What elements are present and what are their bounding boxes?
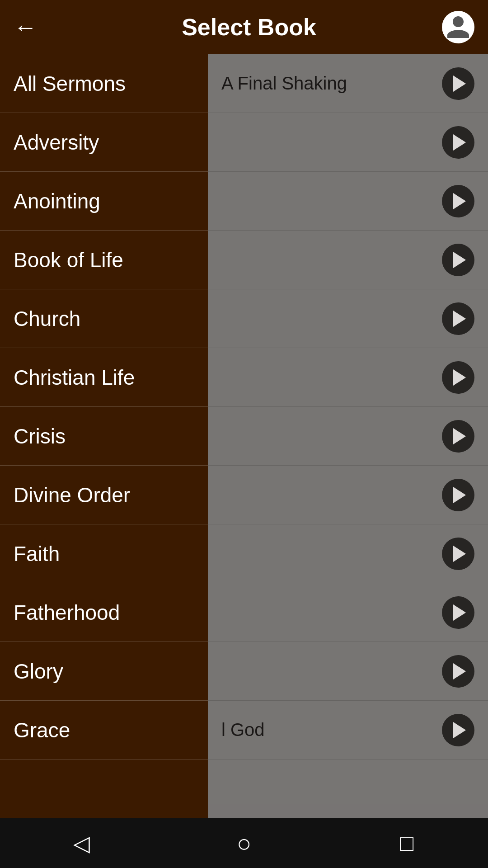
sidebar-item-fatherhood[interactable]: Fatherhood [0,583,208,642]
sidebar-item-faith[interactable]: Faith [0,524,208,583]
sidebar-item-anointing[interactable]: Anointing [0,172,208,231]
sidebar-item-divine-order[interactable]: Divine Order [0,466,208,524]
sidebar-item-all-sermons[interactable]: All Sermons [0,54,208,113]
play-button[interactable] [442,479,474,511]
list-item[interactable] [208,289,488,348]
play-button[interactable] [442,244,474,276]
sidebar-item-glory[interactable]: Glory [0,642,208,701]
play-button[interactable] [442,302,474,335]
sidebar-item-crisis[interactable]: Crisis [0,407,208,466]
play-button[interactable] [442,67,474,100]
nav-home-button[interactable] [226,825,262,861]
header: ← Select Book [0,0,488,54]
play-button[interactable] [442,596,474,629]
list-item[interactable] [208,348,488,407]
profile-icon[interactable] [442,11,474,43]
back-button[interactable]: ← [14,15,37,39]
sidebar-item-adversity[interactable]: Adversity [0,113,208,172]
list-item[interactable]: A Final Shaking [208,54,488,113]
list-item[interactable] [208,407,488,466]
list-item[interactable] [208,231,488,289]
play-button[interactable] [442,126,474,159]
list-item[interactable] [208,583,488,642]
list-item[interactable]: l God [208,701,488,760]
book-list: All Sermons Adversity Anointing Book of … [0,54,208,818]
list-item[interactable] [208,113,488,172]
list-item[interactable] [208,524,488,583]
play-button[interactable] [442,420,474,453]
navigation-bar [0,818,488,868]
sermon-list: A Final Shaking [208,54,488,818]
sidebar-item-book-of-life[interactable]: Book of Life [0,231,208,289]
list-item[interactable] [208,466,488,524]
play-button[interactable] [442,655,474,688]
list-item[interactable] [208,642,488,701]
nav-back-button[interactable] [63,825,99,861]
play-button[interactable] [442,538,474,570]
play-button[interactable] [442,714,474,746]
list-item[interactable] [208,172,488,231]
play-button[interactable] [442,361,474,394]
sidebar-item-grace[interactable]: Grace [0,701,208,760]
page-title: Select Book [51,14,447,41]
play-button[interactable] [442,185,474,217]
sidebar-item-christian-life[interactable]: Christian Life [0,348,208,407]
sidebar-item-church[interactable]: Church [0,289,208,348]
main-content: All Sermons Adversity Anointing Book of … [0,54,488,818]
nav-recents-button[interactable] [389,825,425,861]
